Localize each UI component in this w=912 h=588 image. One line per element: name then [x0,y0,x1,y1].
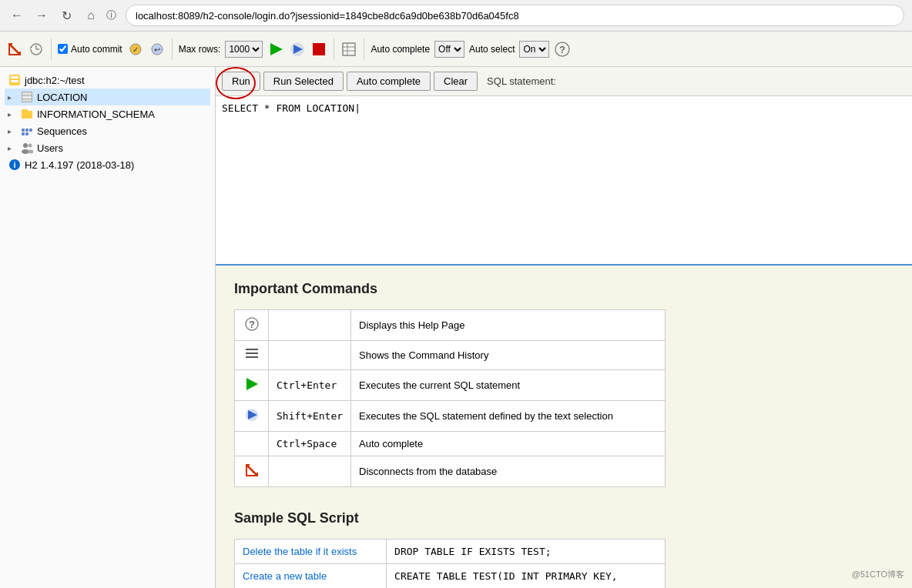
location-label: LOCATION [37,92,88,103]
run-selected-icon[interactable] [289,41,306,58]
divider-3 [334,38,334,60]
run-button[interactable]: Run [222,72,260,91]
auto-complete-label: Auto complete [370,44,430,55]
auto-commit-input[interactable] [58,44,68,54]
users-icon [20,141,34,155]
sample-table: Delete the table if it exists DROP TABLE… [234,539,666,588]
main-layout: jdbc:h2:~/test ▸ LOCATION ▸ [0,67,912,588]
help-content: Important Commands ? Displays this Help … [216,266,912,588]
expand-icon-users: ▸ [8,144,17,152]
table-icon-location [20,90,34,104]
svg-line-0 [9,44,20,55]
command-icon-help: ? [235,310,269,341]
svg-text:↩: ↩ [154,45,160,54]
expand-icon-location: ▸ [8,93,17,102]
command-desc-autocomplete: Auto complete [351,432,666,456]
delete-table-link[interactable]: Delete the table if it exists [243,546,357,557]
sidebar-item-location[interactable]: ▸ LOCATION [5,89,210,105]
command-desc-run-selected: Executes the SQL statement defined by th… [351,401,666,432]
info-icon: i [8,158,22,172]
command-shortcut-run: Ctrl+Enter [269,370,351,401]
command-icon-autocomplete [235,432,269,456]
svg-rect-20 [11,76,18,79]
users-label: Users [37,142,63,154]
db-icon [8,73,22,87]
command-row-run: Ctrl+Enter Executes the current SQL stat… [235,370,666,401]
svg-rect-23 [22,92,32,95]
auto-complete-button[interactable]: Auto complete [347,72,431,91]
back-button[interactable]: ← [8,6,26,25]
auto-commit-label: Auto commit [71,44,122,55]
auto-commit-checkbox[interactable]: Auto commit [58,44,122,55]
sidebar-item-info-schema[interactable]: ▸ INFORMATION_SCHEMA [5,105,210,122]
command-icon-run-selected [235,401,269,432]
command-icon-history [235,341,269,370]
commit-icon[interactable]: ✓ [127,41,144,58]
sidebar-item-sequences[interactable]: ▸ Sequences [5,122,210,139]
command-shortcut-run-selected: Shift+Enter [269,401,351,432]
sample-link-delete[interactable]: Delete the table if it exists [235,540,387,564]
address-bar[interactable] [126,5,904,26]
info-schema-label: INFORMATION_SCHEMA [37,109,155,120]
browser-nav: ← → ↻ ⌂ ⓘ [0,0,912,31]
clear-button[interactable]: Clear [434,72,478,91]
cursor [354,102,360,114]
command-shortcut-disconnect [269,456,351,487]
svg-rect-32 [25,132,28,135]
svg-rect-30 [29,129,32,132]
auto-select-select[interactable]: On Off [519,41,549,58]
home-button[interactable]: ⌂ [82,6,100,25]
svg-point-35 [28,144,32,148]
sql-content: SELECT * FROM LOCATION [222,102,354,114]
history-icon[interactable] [28,41,45,58]
run-selected-button[interactable]: Run Selected [263,72,344,91]
command-shortcut-history [269,341,351,370]
svg-rect-28 [22,129,25,132]
sql-editor[interactable]: SELECT * FROM LOCATION [216,96,912,266]
max-rows-select[interactable]: 1000 500 100 [225,41,263,58]
run-icon[interactable] [267,41,284,58]
ssl-icon: ⓘ [106,8,116,22]
csv-icon[interactable] [340,41,357,58]
disconnect-icon[interactable] [6,41,23,58]
command-row-history: Shows the Command History [235,341,666,370]
expand-icon-sequences: ▸ [8,127,17,135]
svg-rect-12 [313,43,325,55]
create-table-link[interactable]: Create a new table [243,570,327,582]
sample-row-delete: Delete the table if it exists DROP TABLE… [235,540,666,564]
connection-label: jdbc:h2:~/test [25,75,85,86]
svg-rect-13 [343,43,355,55]
auto-select-label: Auto select [469,44,515,55]
sidebar: jdbc:h2:~/test ▸ LOCATION ▸ [0,67,216,588]
sample-sql-title: Sample SQL Script [234,510,894,526]
svg-line-47 [246,465,257,476]
svg-marker-9 [270,43,283,55]
sql-statement-label: SQL statement: [487,75,556,87]
sidebar-connection[interactable]: jdbc:h2:~/test [5,72,210,89]
max-rows-label: Max rows: [179,44,221,55]
expand-icon-info-schema: ▸ [8,110,17,119]
forward-button[interactable]: → [32,6,51,25]
svg-text:?: ? [249,319,255,330]
stop-icon[interactable] [310,41,327,58]
run-btn-wrapper: Run [222,72,260,91]
svg-rect-29 [25,129,28,132]
command-desc-disconnect: Disconnects from the database [351,456,666,487]
command-icon-disconnect [235,456,269,487]
command-icon-run [235,370,269,401]
command-row-run-selected: Shift+Enter Executes the SQL statement d… [235,401,666,432]
schema-icon [20,107,34,121]
sidebar-item-h2-version: i H2 1.4.197 (2018-03-18) [5,156,210,173]
help-toolbar-icon[interactable]: ? [554,41,571,58]
important-commands-title: Important Commands [234,281,894,297]
rollback-icon[interactable]: ↩ [149,41,166,58]
h2-toolbar: Auto commit ✓ ↩ Max rows: 1000 500 100 [0,32,912,67]
command-row-autocomplete: Ctrl+Space Auto complete [235,432,666,456]
sidebar-item-users[interactable]: ▸ Users [5,139,210,156]
command-desc-help: Displays this Help Page [351,310,666,341]
commands-table: ? Displays this Help Page [234,309,666,487]
reload-button[interactable]: ↻ [57,6,75,25]
divider-2 [172,38,173,60]
auto-complete-select[interactable]: Off On [434,41,464,58]
sample-link-create[interactable]: Create a new table [235,564,387,589]
